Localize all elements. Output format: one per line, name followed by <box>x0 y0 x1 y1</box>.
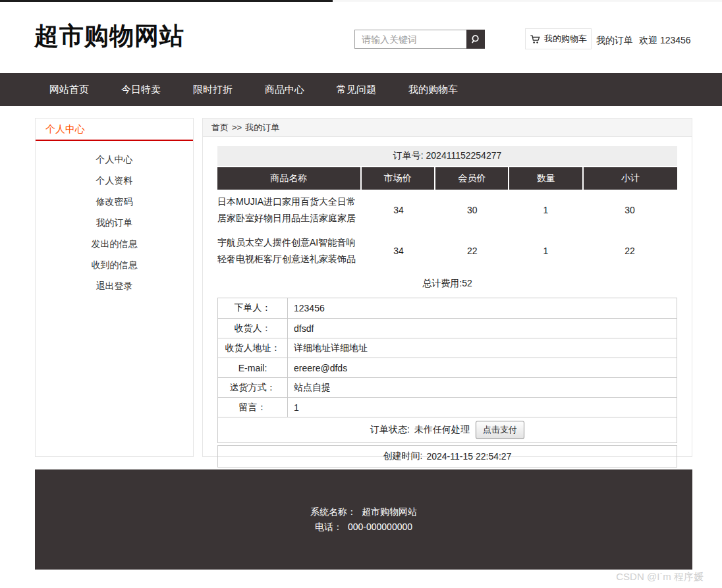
header-product-name: 商品名称 <box>217 167 360 190</box>
header-market-price: 市场价 <box>362 167 434 190</box>
sidebar-menu: 个人中心 个人资料 修改密码 我的订单 发出的信息 收到的信息 退出登录 <box>36 141 193 297</box>
cart-button[interactable]: 我的购物车 <box>525 28 592 49</box>
sidebar-item-received-messages[interactable]: 收到的信息 <box>36 255 193 276</box>
breadcrumb-current: 我的订单 <box>245 122 279 134</box>
consignee-value: dfsdf <box>288 319 677 338</box>
sidebar: 个人中心 个人中心 个人资料 修改密码 我的订单 发出的信息 收到的信息 退出登… <box>35 118 194 457</box>
system-name-label: 系统名称： <box>310 506 356 518</box>
order-info-row: 收货人： dfsdf <box>218 318 677 338</box>
main-nav: 网站首页 今日特卖 限时打折 商品中心 常见问题 我的购物车 <box>0 73 722 106</box>
phone-label: 电话： <box>315 521 343 533</box>
product-row: 日本MUJIA进口家用百货大全日常居家卧室好物日用品生活家庭家居 34 30 1… <box>217 190 677 230</box>
order-info-row: E-mail: ereere@dfds <box>218 358 677 377</box>
header-subtotal: 小计 <box>584 167 677 190</box>
pay-button[interactable]: 点击支付 <box>476 421 524 439</box>
product-table: 商品名称 市场价 会员价 数量 小计 日本MUJIA进口家用百货大全日常居家卧室… <box>217 167 677 271</box>
footer-system-name-line: 系统名称： 超市购物网站 <box>310 506 417 518</box>
sidebar-item-change-password[interactable]: 修改密码 <box>36 192 193 213</box>
order-created-row: 创建时间: 2024-11-15 22:54:27 <box>217 445 677 468</box>
order-detail-section: 订单号: 202411152254277 商品名称 市场价 会员价 数量 小计 … <box>217 146 677 468</box>
sidebar-item-profile[interactable]: 个人资料 <box>36 171 193 192</box>
order-status-label: 订单状态: <box>370 424 410 436</box>
welcome-user-link[interactable]: 欢迎 123456 <box>639 35 691 47</box>
breadcrumb: 首页 >> 我的订单 <box>203 119 692 137</box>
search-input[interactable] <box>354 30 466 49</box>
created-time-label: 创建时间: <box>383 450 423 462</box>
product-row: 宇航员太空人摆件创意AI智能音响轻奢电视柜客厅创意送礼家装饰品 34 22 1 … <box>217 230 677 271</box>
product-table-header: 商品名称 市场价 会员价 数量 小计 <box>217 167 677 190</box>
order-info-row: 留言： 1 <box>218 397 677 417</box>
product-name: 日本MUJIA进口家用百货大全日常居家卧室好物日用品生活家庭家居 <box>217 194 362 227</box>
product-quantity: 1 <box>509 246 583 256</box>
cart-button-label: 我的购物车 <box>544 33 587 45</box>
system-name-value: 超市购物网站 <box>362 506 417 518</box>
header-links: 我的订单 欢迎 123456 <box>596 35 691 47</box>
message-label: 留言： <box>218 398 288 417</box>
email-value: ereere@dfds <box>288 358 677 377</box>
site-title: 超市购物网站 <box>34 20 184 53</box>
order-info-row: 送货方式： 站点自提 <box>218 377 677 397</box>
top-artifact-bar <box>0 0 333 2</box>
sidebar-title: 个人中心 <box>36 119 193 141</box>
sidebar-item-sent-messages[interactable]: 发出的信息 <box>36 234 193 255</box>
nav-item-product-center[interactable]: 商品中心 <box>265 84 304 96</box>
sidebar-item-logout[interactable]: 退出登录 <box>36 276 193 297</box>
orderer-label: 下单人： <box>218 298 288 318</box>
order-info-row: 下单人： 123456 <box>218 298 677 318</box>
nav-item-daily-deals[interactable]: 今日特卖 <box>121 84 161 96</box>
product-market-price: 34 <box>362 205 435 215</box>
product-member-price: 30 <box>435 205 509 215</box>
my-orders-link[interactable]: 我的订单 <box>596 35 633 47</box>
site-footer: 系统名称： 超市购物网站 电话： 000-000000000 <box>35 469 692 570</box>
content-area: 个人中心 个人中心 个人资料 修改密码 我的订单 发出的信息 收到的信息 退出登… <box>35 118 692 457</box>
message-value: 1 <box>288 398 677 417</box>
order-number-bar: 订单号: 202411152254277 <box>217 146 677 166</box>
header-quantity: 数量 <box>509 167 582 190</box>
address-label: 收货人地址： <box>218 338 288 358</box>
order-info-row: 收货人地址： 详细地址详细地址 <box>218 338 677 358</box>
nav-item-home[interactable]: 网站首页 <box>49 84 89 96</box>
cart-icon <box>530 34 540 44</box>
site-header: 超市购物网站 我的购物车 我的订单 欢迎 123456 <box>0 1 722 73</box>
magnifier-icon <box>470 34 481 45</box>
delivery-method-label: 送货方式： <box>218 378 288 397</box>
csdn-watermark: CSDN @I`m 程序媛 <box>616 571 704 583</box>
product-member-price: 22 <box>435 246 509 256</box>
search-button[interactable] <box>466 30 485 49</box>
address-value: 详细地址详细地址 <box>288 338 677 358</box>
order-status-row: 订单状态: 未作任何处理 点击支付 <box>218 417 677 442</box>
header-member-price: 会员价 <box>435 167 508 190</box>
product-subtotal: 22 <box>582 246 677 256</box>
order-total: 总计费用:52 <box>217 278 677 290</box>
phone-value: 000-000000000 <box>348 521 412 533</box>
email-label: E-mail: <box>218 358 288 377</box>
created-time-value: 2024-11-15 22:54:27 <box>426 451 511 462</box>
order-info-table: 下单人： 123456 收货人： dfsdf 收货人地址： 详细地址详细地址 E… <box>217 298 677 443</box>
consignee-label: 收货人： <box>218 319 288 338</box>
nav-item-limited-discount[interactable]: 限时打折 <box>193 84 233 96</box>
orderer-value: 123456 <box>288 298 677 318</box>
product-quantity: 1 <box>509 205 583 215</box>
sidebar-item-my-orders[interactable]: 我的订单 <box>36 213 193 234</box>
delivery-method-value: 站点自提 <box>288 378 677 397</box>
search-bar <box>354 30 485 49</box>
nav-item-faq[interactable]: 常见问题 <box>337 84 376 96</box>
product-market-price: 34 <box>362 246 435 256</box>
sidebar-item-personal-center[interactable]: 个人中心 <box>36 149 193 171</box>
main-panel: 首页 >> 我的订单 订单号: 202411152254277 商品名称 市场价… <box>202 118 692 457</box>
product-name: 宇航员太空人摆件创意AI智能音响轻奢电视柜客厅创意送礼家装饰品 <box>217 234 362 267</box>
product-subtotal: 30 <box>582 205 677 215</box>
nav-item-cart[interactable]: 我的购物车 <box>408 84 458 96</box>
order-status-value: 未作任何处理 <box>414 424 470 436</box>
breadcrumb-separator: >> <box>232 122 242 132</box>
breadcrumb-home-link[interactable]: 首页 <box>211 122 229 134</box>
footer-phone-line: 电话： 000-000000000 <box>315 521 412 533</box>
